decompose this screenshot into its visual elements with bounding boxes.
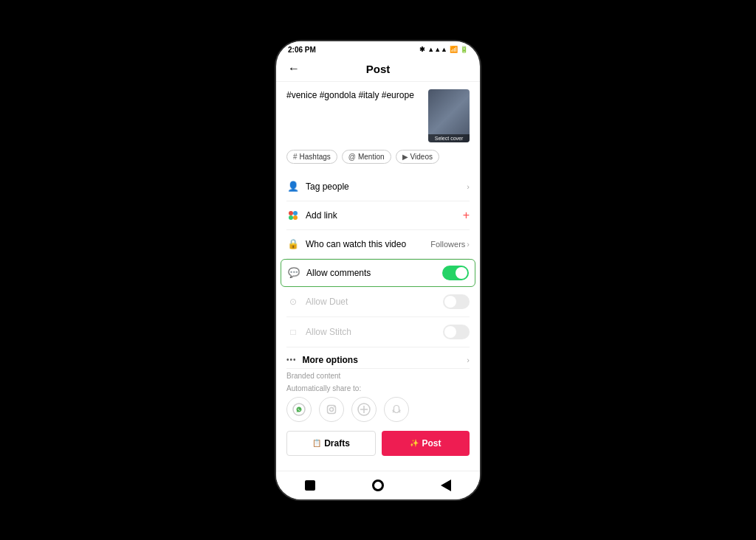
branded-content-label: Branded content: [286, 369, 470, 384]
caption-row: #venice #gondola #italy #europe Select c…: [286, 89, 470, 142]
more-options-row[interactable]: ••• More options ›: [286, 347, 470, 369]
mention-label: Mention: [358, 153, 385, 161]
lock-icon: 🔒: [286, 238, 300, 251]
who-can-watch-right: Followers ›: [430, 240, 470, 249]
content-area: #venice #gondola #italy #europe Select c…: [276, 82, 480, 471]
add-link-label: Add link: [306, 210, 463, 221]
link-icon: [286, 209, 300, 222]
drafts-icon: 📋: [312, 439, 321, 447]
mention-chip[interactable]: @ Mention: [342, 150, 391, 164]
allow-stitch-row: □ Allow Stitch: [286, 317, 470, 347]
person-icon: 👤: [286, 180, 300, 193]
tiktok-share-button[interactable]: [351, 397, 377, 422]
hashtags-label: Hashtags: [300, 153, 331, 161]
video-thumbnail[interactable]: Select cover: [428, 89, 470, 142]
post-button[interactable]: ✨ Post: [382, 431, 470, 456]
tag-people-row[interactable]: 👤 Tag people ›: [286, 173, 470, 201]
stitch-icon: □: [286, 325, 300, 339]
wifi-icon: 📶: [450, 46, 458, 53]
chevron-right-icon: ›: [467, 240, 470, 249]
share-icons-row: [286, 397, 470, 422]
square-icon: [305, 480, 315, 491]
svg-point-6: [330, 407, 334, 411]
nav-square-button[interactable]: [302, 477, 318, 494]
svg-point-0: [289, 211, 293, 215]
plus-icon: +: [463, 209, 470, 222]
followers-text: Followers: [430, 240, 465, 249]
back-button[interactable]: ←: [288, 62, 300, 75]
tag-people-label: Tag people: [306, 181, 467, 192]
triangle-icon: [441, 480, 451, 491]
whatsapp-share-button[interactable]: [286, 397, 312, 422]
battery-icon: 🔋: [460, 46, 468, 53]
svg-point-2: [289, 215, 293, 220]
page-title: Post: [366, 63, 391, 75]
instagram-share-button[interactable]: [319, 397, 344, 422]
at-icon: @: [348, 153, 356, 161]
allow-duet-label: Allow Duet: [306, 297, 443, 307]
allow-comments-label: Allow comments: [306, 268, 442, 278]
more-options-chevron: ›: [467, 356, 470, 364]
allow-stitch-toggle: [443, 325, 470, 339]
nav-back-button[interactable]: [438, 477, 454, 494]
tag-chips-row: # Hashtags @ Mention ▶ Videos: [286, 150, 470, 164]
drafts-label: Drafts: [324, 438, 350, 449]
allow-comments-toggle[interactable]: [442, 266, 469, 280]
nav-home-button[interactable]: [370, 477, 386, 494]
who-can-watch-row[interactable]: 🔒 Who can watch this video Followers ›: [286, 230, 470, 259]
tag-people-right: ›: [467, 182, 470, 191]
post-icon: ✨: [410, 439, 419, 447]
play-icon: ▶: [402, 153, 408, 161]
status-icons: ✱ ▲▲▲ 📶 🔋: [419, 46, 468, 53]
videos-label: Videos: [410, 153, 433, 161]
more-dots-icon: •••: [286, 356, 297, 364]
status-time: 2:06 PM: [288, 46, 316, 54]
signal-icon: ▲▲▲: [427, 46, 447, 53]
comment-icon: 💬: [287, 266, 300, 280]
nav-bar: [276, 471, 480, 499]
header: ← Post: [276, 57, 480, 82]
status-bar: 2:06 PM ✱ ▲▲▲ 📶 🔋: [276, 41, 480, 57]
hashtags-chip[interactable]: # Hashtags: [286, 150, 337, 164]
videos-chip[interactable]: ▶ Videos: [396, 150, 439, 164]
hash-icon: #: [293, 153, 298, 161]
post-label: Post: [422, 438, 441, 449]
allow-comments-row[interactable]: 💬 Allow comments: [281, 259, 475, 287]
select-cover-label[interactable]: Select cover: [428, 134, 470, 142]
circle-icon: [372, 480, 384, 491]
chevron-icon: ›: [467, 182, 470, 191]
drafts-button[interactable]: 📋 Drafts: [286, 431, 376, 456]
bottom-actions: 📋 Drafts ✨ Post: [286, 431, 470, 463]
svg-point-3: [293, 215, 298, 220]
caption-text[interactable]: #venice #gondola #italy #europe: [286, 89, 422, 102]
bluetooth-icon: ✱: [419, 46, 425, 53]
add-link-right: +: [463, 209, 470, 222]
duet-icon: ⊙: [286, 295, 300, 308]
more-options-label: More options: [303, 355, 467, 365]
svg-point-1: [293, 211, 298, 215]
allow-stitch-label: Allow Stitch: [306, 327, 443, 337]
svg-point-7: [334, 406, 334, 406]
auto-share-label: Automatically share to:: [286, 384, 470, 392]
who-can-watch-label: Who can watch this video: [306, 239, 430, 249]
allow-duet-row: ⊙ Allow Duet: [286, 287, 470, 317]
allow-duet-toggle: [443, 294, 470, 309]
add-link-row[interactable]: Add link +: [286, 201, 470, 230]
snapchat-share-button[interactable]: [384, 397, 409, 422]
phone-frame: 2:06 PM ✱ ▲▲▲ 📶 🔋 ← Post #venice #gondol…: [275, 40, 481, 501]
